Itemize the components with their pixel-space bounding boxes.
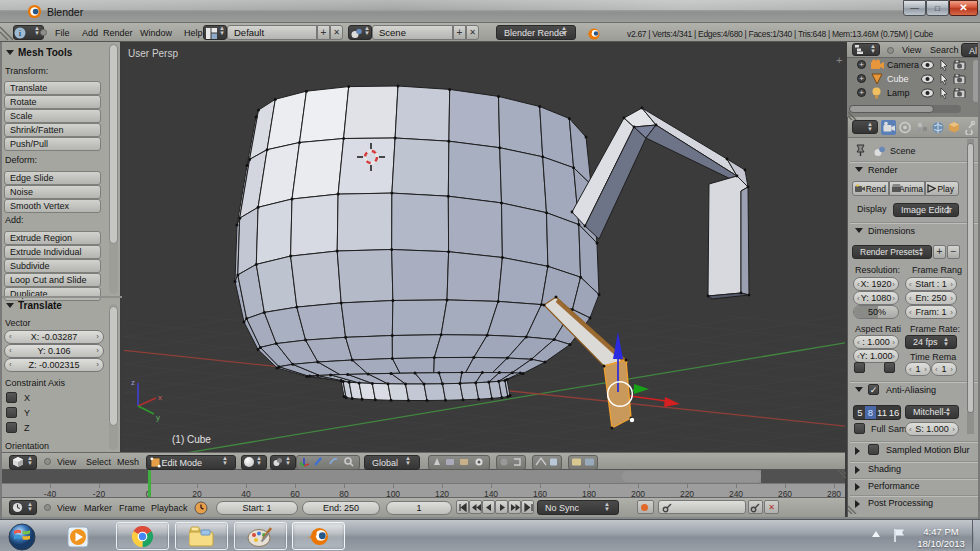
svg-text:(1) Cube: (1) Cube [172, 434, 211, 445]
svg-text:x: x [158, 393, 162, 402]
svg-text:User Persp: User Persp [128, 48, 178, 59]
svg-text:y: y [156, 413, 160, 422]
svg-text:+: + [836, 54, 842, 66]
svg-text:z: z [131, 378, 135, 387]
